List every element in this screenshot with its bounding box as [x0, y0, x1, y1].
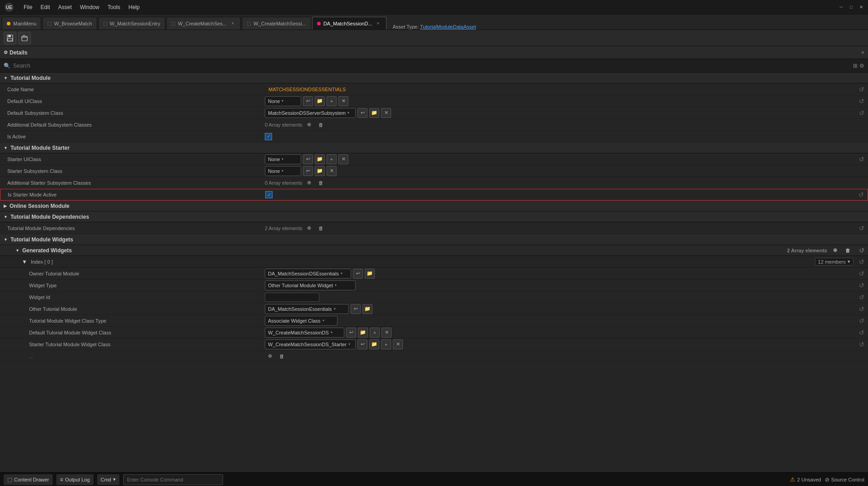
menu-asset[interactable]: Asset [55, 2, 75, 12]
default-uiclass-dropdown[interactable]: None ▾ [265, 96, 301, 106]
starter-widget-class-nav[interactable]: ↩ [357, 339, 367, 349]
menu-help[interactable]: Help [125, 2, 144, 12]
owner-tutorial-module-dropdown[interactable]: DA_MatchSessionDSEssentials ▾ [265, 269, 351, 279]
starter-widget-class-clear[interactable]: ✕ [393, 339, 403, 349]
tab-w-creatematchsessi[interactable]: ⬚ W_CreateMatchSessi... [242, 17, 311, 29]
tab-w-browsematch[interactable]: ⬚ W_BrowseMatch [42, 17, 97, 29]
other-tutorial-dropdown[interactable]: DA_MatchSessionEssentials ▾ [265, 304, 349, 314]
widget-class-type-dropdown[interactable]: Associate Widget Class ▾ [265, 316, 337, 326]
owner-tutorial-browse[interactable]: 📁 [365, 269, 375, 279]
subsystem-browse-icon[interactable]: 📁 [369, 108, 379, 118]
prop-reset-starter-mode-active[interactable]: ↺ [858, 191, 864, 198]
prop-reset-widget-class-type[interactable]: ↺ [859, 317, 864, 324]
restore-button[interactable]: □ [848, 4, 854, 10]
more-delete[interactable]: 🗑 [277, 351, 287, 361]
starter-uiclass-dropdown[interactable]: None ▾ [265, 154, 301, 164]
prop-reset-starter-uiclass[interactable]: ↺ [859, 156, 864, 163]
uiclass-add-icon[interactable]: + [327, 96, 337, 106]
menu-tools[interactable]: Tools [104, 2, 124, 12]
section-tutorial-module[interactable]: ▼ Tutorial Module [0, 73, 868, 83]
tab-close-creatematchses1[interactable]: × [229, 20, 236, 27]
subsystem-nav-icon[interactable]: ↩ [357, 108, 367, 118]
starter-subsystem-dropdown[interactable]: None ▾ [265, 166, 301, 176]
generated-widgets-add[interactable]: ⊕ [830, 245, 840, 255]
prop-reset-default-uiclass[interactable]: ↺ [859, 98, 864, 105]
content-drawer-button[interactable]: ⬚ Content Drawer [4, 474, 53, 485]
starter-widget-class-dropdown[interactable]: W_CreateMatchSessionDS_Starter ▾ [265, 339, 356, 349]
starter-uiclass-add[interactable]: + [327, 154, 337, 164]
other-tutorial-nav[interactable]: ↩ [351, 304, 361, 314]
starter-subsystem-browse[interactable]: 📁 [315, 166, 325, 176]
uiclass-clear-icon[interactable]: ✕ [338, 96, 348, 106]
menu-edit[interactable]: Edit [37, 2, 54, 12]
additional-subsystem-add[interactable]: ⊕ [304, 120, 314, 130]
prop-starter-widget-class: Starter Tutorial Module Widget Class W_C… [0, 339, 868, 350]
tutorial-deps-add[interactable]: ⊕ [304, 223, 314, 233]
subsystem-clear-icon[interactable]: ✕ [381, 108, 391, 118]
starter-subsystem-nav[interactable]: ↩ [303, 166, 313, 176]
prop-reset-starter-widget-class[interactable]: ↺ [859, 341, 864, 348]
prop-reset-owner-tutorial[interactable]: ↺ [859, 270, 864, 277]
starter-uiclass-clear[interactable]: ✕ [338, 154, 348, 164]
additional-subsystem-delete[interactable]: 🗑 [316, 120, 326, 130]
asset-type-link[interactable]: TutorialModuleDataAsset [420, 24, 476, 29]
prop-reset-default-widget-class[interactable]: ↺ [859, 329, 864, 336]
starter-uiclass-browse[interactable]: 📁 [315, 154, 325, 164]
menu-window[interactable]: Window [76, 2, 103, 12]
uiclass-browse-icon[interactable]: 📁 [315, 96, 325, 106]
tab-w-creatematchses1[interactable]: ⬚ W_CreateMatchSes... × [166, 17, 241, 29]
tab-da-matchsessiond[interactable]: DA_MatchSessionD... × [312, 17, 387, 29]
prop-reset-widget-type[interactable]: ↺ [859, 282, 864, 289]
starter-subsystem-clear[interactable]: ✕ [327, 166, 337, 176]
details-close-button[interactable]: × [861, 49, 864, 56]
owner-tutorial-nav[interactable]: ↩ [353, 269, 363, 279]
prop-reset-tutorial-deps[interactable]: ↺ [859, 225, 864, 232]
section-tutorial-module-widgets[interactable]: ▼ Tutorial Module Widgets [0, 234, 868, 245]
tab-mainmenu[interactable]: MainMenu [2, 17, 41, 29]
uiclass-nav-icon[interactable]: ↩ [303, 96, 313, 106]
minimize-button[interactable]: ─ [838, 4, 844, 10]
section-tutorial-module-starter[interactable]: ▼ Tutorial Module Starter [0, 142, 868, 153]
widget-id-input[interactable] [265, 293, 319, 302]
default-widget-class-clear[interactable]: ✕ [382, 328, 392, 338]
additional-starter-add[interactable]: ⊕ [304, 178, 314, 188]
output-log-button[interactable]: ≡ Output Log [56, 474, 93, 485]
is-starter-mode-active-checkbox[interactable] [265, 191, 273, 198]
tutorial-deps-delete[interactable]: 🗑 [316, 223, 326, 233]
prop-reset-code-name[interactable]: ↺ [859, 86, 864, 93]
section-tutorial-module-deps[interactable]: ▼ Tutorial Module Dependencies [0, 211, 868, 222]
starter-widget-class-add[interactable]: + [381, 339, 391, 349]
tab-w-matchsessionentry[interactable]: ⬚ W_MatchSessionEntry [98, 17, 165, 29]
search-grid-icon[interactable]: ⊞ [853, 63, 858, 69]
generated-widgets-delete[interactable]: 🗑 [843, 245, 853, 255]
default-widget-class-nav[interactable]: ↩ [346, 328, 356, 338]
starter-uiclass-nav[interactable]: ↩ [303, 154, 313, 164]
prop-reset-subsystem[interactable]: ↺ [859, 109, 864, 117]
section-online-session[interactable]: ▶ Online Session Module [0, 201, 868, 211]
prop-reset-generated-widgets[interactable]: ↺ [859, 247, 864, 254]
additional-starter-delete[interactable]: 🗑 [316, 178, 326, 188]
default-widget-class-dropdown[interactable]: W_CreateMatchSessionDS ▾ [265, 328, 344, 338]
tab-close-da[interactable]: × [375, 20, 382, 27]
menu-file[interactable]: File [20, 2, 36, 12]
other-tutorial-browse[interactable]: 📁 [362, 304, 372, 314]
widget-type-dropdown[interactable]: Other Tutorial Module Widget ▾ [265, 280, 356, 290]
console-command-input[interactable] [123, 474, 223, 485]
prop-reset-other-tutorial[interactable]: ↺ [859, 305, 864, 313]
subsection-generated-widgets[interactable]: ▼ Generated Widgets 2 Array elements ⊕ 🗑… [0, 245, 868, 256]
more-add[interactable]: ⊕ [265, 351, 275, 361]
source-control-indicator[interactable]: ⊘ Source Control [825, 476, 864, 483]
default-subsystem-dropdown[interactable]: MatchSessionDSServerSubsystem ▾ [265, 108, 356, 118]
prop-reset-index0[interactable]: ↺ [859, 258, 864, 265]
starter-widget-class-browse[interactable]: 📁 [369, 339, 379, 349]
save-button[interactable] [4, 32, 16, 44]
search-settings-icon[interactable]: ⚙ [859, 63, 864, 69]
browse-button[interactable] [18, 32, 31, 44]
default-widget-class-browse[interactable]: 📁 [358, 328, 368, 338]
prop-reset-widget-id[interactable]: ↺ [859, 294, 864, 301]
cmd-button[interactable]: Cmd ▾ [97, 474, 119, 485]
search-input[interactable] [13, 63, 850, 69]
close-button[interactable]: ✕ [858, 4, 864, 10]
is-active-checkbox[interactable] [265, 133, 272, 140]
default-widget-class-add[interactable]: + [370, 328, 380, 338]
